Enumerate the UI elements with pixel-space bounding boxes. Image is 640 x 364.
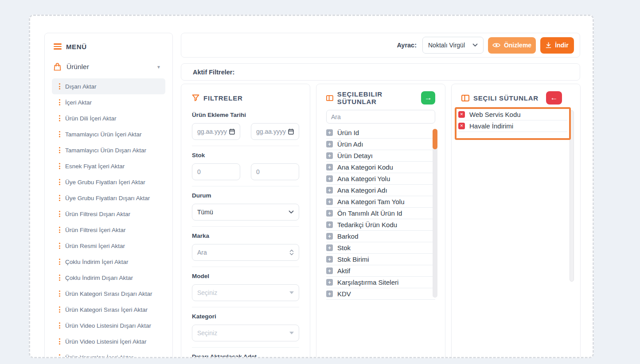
menu-item-label: Çoklu İndirim Dışarı Aktar bbox=[65, 275, 133, 281]
sidebar-menu-item[interactable]: Ürün Filtresi Dışarı Aktar bbox=[52, 206, 165, 222]
selectable-column-row[interactable]: + Ana Kategori Adı bbox=[326, 185, 435, 196]
category-placeholder: Seçiniz bbox=[197, 329, 217, 337]
add-column-icon[interactable]: + bbox=[326, 279, 333, 286]
selected-column-row[interactable]: ✕ Web Servis Kodu bbox=[458, 109, 567, 120]
selectable-column-row[interactable]: + Ürün Detayı bbox=[326, 150, 435, 162]
sidebar-menu-item[interactable]: Tamamlayıcı Ürün Dışarı Aktar bbox=[52, 142, 165, 158]
selectable-column-row[interactable]: + Ürün Adı bbox=[326, 139, 435, 150]
column-label: Ön Tanımlı Alt Ürün Id bbox=[337, 209, 402, 217]
chevron-down-icon[interactable]: ▼ bbox=[156, 65, 161, 70]
calendar-icon[interactable] bbox=[288, 128, 294, 135]
drag-dots-icon bbox=[57, 259, 62, 265]
arrow-left-icon: ← bbox=[550, 93, 558, 102]
menu-item-label: Ürün Video Listesini İçeri Aktar bbox=[65, 338, 147, 345]
selectable-column-row[interactable]: + Tedarikçi Ürün Kodu bbox=[326, 219, 435, 231]
column-label: Ana Kategori Yolu bbox=[337, 175, 390, 182]
selectable-column-row[interactable]: + KDV bbox=[326, 288, 435, 300]
hamburger-icon[interactable] bbox=[54, 43, 62, 50]
status-selected-value: Tümü bbox=[197, 209, 213, 216]
sidebar-section-urunler[interactable]: Ürünler ▼ bbox=[54, 60, 165, 74]
toolbar: Ayrac: Noktalı Virgül Önizleme İndir bbox=[181, 33, 580, 58]
add-column-icon[interactable]: + bbox=[326, 175, 333, 182]
sidebar-menu-item[interactable]: Ürün Video Listesini İçeri Aktar bbox=[52, 333, 165, 349]
add-column-icon[interactable]: + bbox=[326, 290, 333, 297]
sidebar-menu-item[interactable]: Ürün Video Listesini Dışarı Aktar bbox=[52, 318, 165, 333]
sidebar-menu-item[interactable]: Dışarı Aktar bbox=[52, 78, 165, 94]
menu-header[interactable]: MENÜ bbox=[45, 33, 172, 52]
column-label: Ana Kategori Tam Yolu bbox=[337, 198, 405, 205]
selectable-column-row[interactable]: + Ana Kategori Tam Yolu bbox=[326, 196, 435, 208]
selectable-column-row[interactable]: + Aktif bbox=[326, 265, 435, 277]
model-filter-label: Model bbox=[192, 273, 299, 281]
add-column-icon[interactable]: + bbox=[326, 244, 333, 251]
stock-max-input[interactable] bbox=[256, 168, 292, 175]
sidebar-menu-item[interactable]: Çoklu İndirim İçeri Aktar bbox=[52, 254, 165, 270]
add-column-icon[interactable]: + bbox=[326, 152, 333, 159]
menu-item-label: Esnek Fiyat İçeri Aktar bbox=[65, 163, 125, 170]
model-select[interactable]: Seçiniz bbox=[192, 284, 299, 301]
brand-combobox[interactable]: Ara bbox=[192, 244, 299, 261]
add-column-icon[interactable]: + bbox=[326, 267, 333, 274]
date-from-input[interactable]: gg.aa.yyyy bbox=[192, 123, 240, 140]
sidebar-menu-item[interactable]: Çoklu İndirim Dışarı Aktar bbox=[52, 270, 165, 286]
add-column-icon[interactable]: + bbox=[326, 164, 333, 170]
filters-header: FILTRELER bbox=[192, 91, 299, 105]
add-column-icon[interactable]: + bbox=[326, 187, 333, 194]
selectable-column-row[interactable]: + Ana Kategori Yolu bbox=[326, 173, 435, 185]
add-column-icon[interactable]: + bbox=[326, 129, 333, 136]
download-button[interactable]: İndir bbox=[540, 37, 574, 54]
add-column-icon[interactable]: + bbox=[326, 221, 333, 228]
selectable-column-row[interactable]: + Ön Tanımlı Alt Ürün Id bbox=[326, 208, 435, 219]
stock-min-input[interactable] bbox=[197, 168, 233, 175]
sidebar-menu-item[interactable]: Ürün Filtresi İçeri Aktar bbox=[52, 222, 165, 238]
date-to-input[interactable]: gg.aa.yyyy bbox=[251, 123, 299, 140]
divider bbox=[192, 307, 299, 307]
up-down-chevrons-icon bbox=[289, 249, 294, 256]
status-select[interactable]: Tümü bbox=[192, 204, 299, 221]
move-left-button[interactable]: ← bbox=[546, 91, 562, 105]
scrollbar-thumb[interactable] bbox=[433, 129, 437, 149]
selectable-column-row[interactable]: + Ana Kategori Kodu bbox=[326, 162, 435, 173]
sidebar-menu-item[interactable]: Ürün Yorumları İçeri Aktar bbox=[52, 349, 165, 358]
add-column-icon[interactable]: + bbox=[326, 210, 333, 217]
section-label: Ürünler bbox=[66, 63, 151, 71]
selectable-column-row[interactable]: + Barkod bbox=[326, 231, 435, 242]
remove-column-icon[interactable]: ✕ bbox=[458, 111, 465, 118]
move-right-button[interactable]: → bbox=[421, 91, 435, 105]
selectable-column-row[interactable]: + Stok Birimi bbox=[326, 254, 435, 265]
sidebar-menu-item[interactable]: Tamamlayıcı Ürün İçeri Aktar bbox=[52, 126, 165, 142]
sidebar-menu-item[interactable]: Ürün Kategori Sırası Dışarı Aktar bbox=[52, 286, 165, 302]
sidebar-menu-item[interactable]: Üye Grubu Fiyatları İçeri Aktar bbox=[52, 174, 165, 190]
preview-button[interactable]: Önizleme bbox=[488, 37, 536, 54]
scrollbar-track[interactable] bbox=[570, 110, 574, 282]
filters-title: FILTRELER bbox=[203, 94, 243, 102]
selected-column-row[interactable]: ✕ Havale İndirimi bbox=[458, 120, 567, 132]
scrollbar-track[interactable] bbox=[433, 129, 437, 298]
column-search-input[interactable] bbox=[326, 110, 435, 124]
add-column-icon[interactable]: + bbox=[326, 233, 333, 240]
separator-select[interactable]: Noktalı Virgül bbox=[422, 37, 484, 54]
selected-columns-panel: SEÇILI SÜTUNLAR ← ✕ Web Servis Kodu ✕ Ha… bbox=[451, 84, 581, 358]
category-select[interactable]: Seçiniz bbox=[192, 325, 299, 341]
drag-dots-icon bbox=[57, 115, 62, 121]
sidebar-menu-item[interactable]: Ürün Resmi İçeri Aktar bbox=[52, 238, 165, 254]
selectable-column-row[interactable]: + Ürün Id bbox=[326, 127, 435, 139]
sidebar-menu-item[interactable]: Üye Grubu Fiyatları Dışarı Aktar bbox=[52, 190, 165, 206]
sidebar-menu-item[interactable]: Esnek Fiyat İçeri Aktar bbox=[52, 158, 165, 174]
sidebar-menu-item[interactable]: İçeri Aktar bbox=[52, 94, 165, 110]
selectable-column-row[interactable]: + Karşılaştırma Siteleri bbox=[326, 277, 435, 288]
sidebar-menu-item[interactable]: Ürün Dili İçeri Aktar bbox=[52, 110, 165, 126]
add-column-icon[interactable]: + bbox=[326, 256, 333, 263]
add-column-icon[interactable]: + bbox=[326, 141, 333, 147]
divider bbox=[192, 186, 299, 186]
remove-column-icon[interactable]: ✕ bbox=[458, 123, 465, 129]
column-label: Ürün Adı bbox=[337, 140, 363, 148]
calendar-icon[interactable] bbox=[229, 128, 235, 135]
chevron-down-icon bbox=[472, 43, 478, 47]
export-count-label: Dışarı Aktarılacak Adet bbox=[192, 353, 299, 358]
date-from-placeholder: gg.aa.yyyy bbox=[197, 128, 227, 135]
add-column-icon[interactable]: + bbox=[326, 198, 333, 205]
sidebar-menu-item[interactable]: Ürün Kategori Sırası İçeri Aktar bbox=[52, 302, 165, 318]
menu-item-label: Üye Grubu Fiyatları İçeri Aktar bbox=[65, 179, 145, 186]
selectable-column-row[interactable]: + Stok bbox=[326, 242, 435, 254]
